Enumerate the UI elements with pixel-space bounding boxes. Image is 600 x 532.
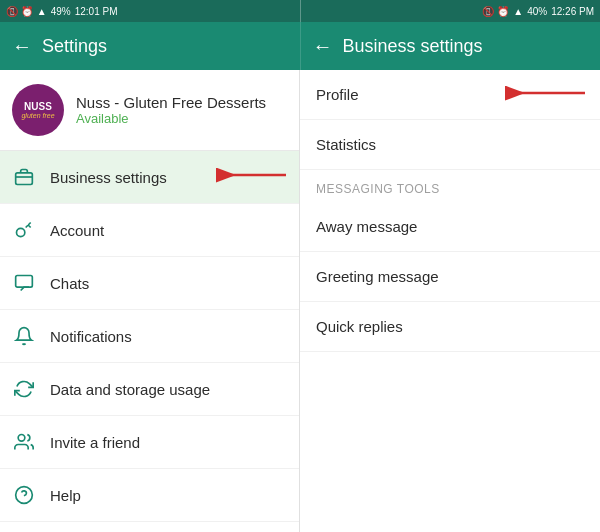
menu-item-invite-friend[interactable]: Invite a friend [0,416,299,469]
business-settings-title: Business settings [343,36,483,57]
svg-rect-5 [16,276,33,288]
back-button-right[interactable]: ← [313,35,333,58]
menu-item-account[interactable]: Account [0,204,299,257]
account-label: Account [50,222,104,239]
status-bar-right: 📵 ⏰ ▲ 40% 12:26 PM [301,0,601,22]
invite-friend-label: Invite a friend [50,434,140,451]
messaging-tools-header: MESSAGING TOOLS [300,170,600,202]
avatar-tagline: gluten free [21,112,54,119]
time-right: 12:26 PM [551,6,594,17]
wifi-icon-left: ▲ [37,6,47,17]
right-menu-item-quick-replies[interactable]: Quick replies [300,302,600,352]
avatar: NUSS gluten free [12,84,64,136]
right-menu-item-profile[interactable]: Profile [300,70,600,120]
away-message-label: Away message [316,218,417,235]
briefcase-icon [12,165,36,189]
header-left: ← Settings [0,22,301,70]
people-icon [12,430,36,454]
wifi-icon-right: ▲ [513,6,523,17]
battery-left: 49% [51,6,71,17]
data-storage-label: Data and storage usage [50,381,210,398]
help-label: Help [50,487,81,504]
menu-item-data-storage[interactable]: Data and storage usage [0,363,299,416]
time-left: 12:01 PM [75,6,118,17]
status-bar-left: 📵 ⏰ ▲ 49% 12:01 PM [0,0,300,22]
bell-icon [12,324,36,348]
profile-name: Nuss - Gluten Free Desserts [76,94,266,111]
settings-title: Settings [42,36,107,57]
svg-point-4 [17,228,25,236]
menu-item-business-settings[interactable]: Business settings [0,151,299,204]
notification-icons-left: 📵 ⏰ [6,6,33,17]
svg-rect-0 [16,173,33,185]
left-panel: NUSS gluten free Nuss - Gluten Free Dess… [0,70,300,532]
status-bars: 📵 ⏰ ▲ 49% 12:01 PM 📵 ⏰ ▲ 40% 12:26 PM [0,0,600,22]
profile-info: Nuss - Gluten Free Desserts Available [76,94,266,126]
statistics-label: Statistics [316,136,376,153]
notification-icons-right: 📵 ⏰ [482,6,509,17]
menu-item-help[interactable]: Help [0,469,299,522]
menu-item-notifications[interactable]: Notifications [0,310,299,363]
business-settings-arrow [211,163,291,191]
right-menu-item-greeting-message[interactable]: Greeting message [300,252,600,302]
right-panel: Profile Statistics MESSAGING TOOLS [300,70,600,532]
chats-label: Chats [50,275,89,292]
app-headers: ← Settings ← Business settings [0,22,600,70]
avatar-brand: NUSS [21,102,54,112]
svg-point-6 [18,435,25,442]
data-icon [12,377,36,401]
header-right: ← Business settings [301,22,601,70]
profile-arrow [500,81,590,109]
profile-section[interactable]: NUSS gluten free Nuss - Gluten Free Dess… [0,70,299,151]
notifications-label: Notifications [50,328,132,345]
right-menu-item-statistics[interactable]: Statistics [300,120,600,170]
business-settings-label: Business settings [50,169,167,186]
profile-status: Available [76,111,266,126]
key-icon [12,218,36,242]
profile-label: Profile [316,86,359,103]
right-menu-item-away-message[interactable]: Away message [300,202,600,252]
back-button-left[interactable]: ← [12,35,32,58]
main-content: NUSS gluten free Nuss - Gluten Free Dess… [0,70,600,532]
chat-icon [12,271,36,295]
battery-right: 40% [527,6,547,17]
menu-item-chats[interactable]: Chats [0,257,299,310]
greeting-message-label: Greeting message [316,268,439,285]
help-icon [12,483,36,507]
quick-replies-label: Quick replies [316,318,403,335]
